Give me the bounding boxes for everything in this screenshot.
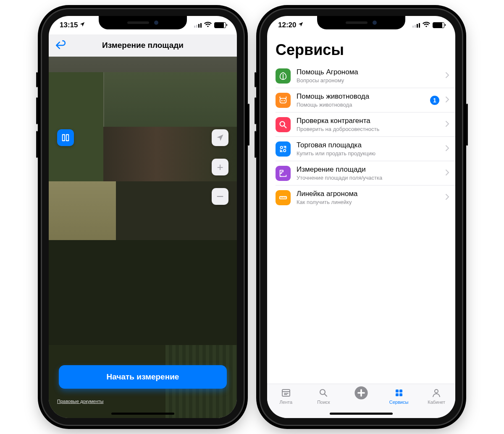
- service-row[interactable]: Линейка агронома Как получить линейку: [276, 186, 455, 209]
- battery-icon: [214, 22, 226, 28]
- status-time: 13:15: [60, 21, 78, 29]
- chevron-right-icon: [445, 145, 449, 153]
- service-subtitle: Помощь животновода: [297, 102, 424, 108]
- ruler-icon: [276, 190, 291, 205]
- service-subtitle: Вопросы агроному: [297, 77, 439, 84]
- service-subtitle: Проверить на добросовестность: [297, 126, 439, 132]
- tab-label: Лента: [280, 400, 292, 405]
- chevron-right-icon: [445, 169, 449, 178]
- tab-feed[interactable]: Лента: [271, 387, 301, 405]
- trade-icon: [276, 141, 291, 157]
- chevron-right-icon: [445, 72, 449, 80]
- service-title: Торговая площадка: [297, 141, 439, 149]
- phone-right: 12:20 Сервисы Помощь Агронома Вопросы аг…: [260, 9, 462, 425]
- chevron-right-icon: [445, 193, 449, 202]
- service-row[interactable]: Торговая площадка Купить или продать про…: [276, 137, 455, 161]
- badge: 1: [430, 96, 439, 105]
- svg-point-4: [281, 146, 283, 149]
- volume-up-button: [255, 97, 256, 124]
- zoom-out-button[interactable]: −: [212, 188, 228, 205]
- location-arrow-icon: [298, 21, 304, 29]
- tab-label: Сервисы: [389, 400, 409, 405]
- service-text: Помощь животновода Помощь животновода: [297, 92, 424, 108]
- cellular-signal-icon: [412, 23, 420, 28]
- services-list: Помощь Агронома Вопросы агроному Помощь …: [267, 64, 455, 209]
- svg-point-14: [435, 390, 438, 393]
- tab-grid[interactable]: Сервисы: [384, 387, 414, 405]
- chevron-right-icon: [445, 96, 449, 105]
- chevron-right-icon: [445, 120, 449, 129]
- feed-icon: [281, 387, 291, 398]
- svg-point-1: [281, 100, 283, 101]
- volume-down-button: [255, 131, 256, 158]
- tab-profile[interactable]: Кабинет: [421, 387, 452, 405]
- home-indicator[interactable]: [330, 413, 393, 415]
- service-title: Помощь Агронома: [297, 68, 439, 76]
- locate-me-button[interactable]: [212, 129, 228, 146]
- mute-switch: [36, 72, 38, 87]
- status-time: 12:20: [278, 21, 296, 29]
- svg-rect-10: [396, 390, 399, 392]
- service-text: Измерение площади Уточнение площади поля…: [297, 165, 439, 181]
- power-button: [248, 104, 249, 146]
- service-title: Измерение площади: [297, 165, 439, 174]
- start-measure-button[interactable]: Начать измерение: [59, 365, 227, 389]
- search-icon: [276, 117, 291, 132]
- service-row[interactable]: Помощь Агронома Вопросы агроному: [276, 64, 455, 88]
- service-text: Проверка контрагента Проверить на доброс…: [297, 117, 439, 132]
- page-title: Измерение площади: [72, 41, 213, 50]
- grid-icon: [394, 387, 404, 398]
- power-button: [466, 104, 468, 146]
- service-subtitle: Купить или продать продукцию: [297, 150, 439, 157]
- leaf-icon: [276, 68, 291, 84]
- service-row[interactable]: Помощь животновода Помощь животновода 1: [276, 88, 455, 112]
- notch: [99, 16, 187, 29]
- measure-icon: [276, 166, 291, 181]
- svg-point-5: [284, 149, 286, 152]
- volume-down-button: [36, 131, 38, 158]
- service-text: Помощь Агронома Вопросы агроному: [297, 68, 439, 84]
- mute-switch: [255, 72, 256, 87]
- service-text: Торговая площадка Купить или продать про…: [297, 141, 439, 157]
- service-subtitle: Как получить линейку: [297, 199, 439, 205]
- tab-label: Поиск: [317, 400, 330, 405]
- plus-icon: [354, 387, 368, 398]
- phone-left: 13:15 Измерение площади: [42, 9, 244, 425]
- service-row[interactable]: Проверка контрагента Проверить на доброс…: [276, 112, 455, 137]
- map-view[interactable]: [49, 34, 237, 418]
- service-title: Помощь животновода: [297, 92, 424, 101]
- service-subtitle: Уточнение площади поля/участка: [297, 175, 439, 181]
- wifi-icon: [423, 21, 430, 29]
- location-arrow-icon: [79, 21, 85, 29]
- svg-rect-12: [396, 393, 399, 396]
- svg-rect-11: [399, 390, 402, 392]
- svg-point-2: [284, 100, 285, 101]
- profile-icon: [431, 387, 441, 398]
- map-layers-button[interactable]: [57, 129, 74, 146]
- tab-plus[interactable]: [346, 387, 376, 400]
- service-title: Проверка контрагента: [297, 117, 439, 125]
- service-text: Линейка агронома Как получить линейку: [297, 190, 439, 205]
- battery-icon: [433, 22, 444, 28]
- navigation-bar: Измерение площади: [49, 34, 237, 57]
- service-title: Линейка агронома: [297, 190, 439, 198]
- back-button[interactable]: [49, 40, 72, 51]
- volume-up-button: [36, 97, 38, 124]
- svg-rect-13: [399, 393, 402, 396]
- notch: [317, 16, 405, 29]
- zoom-in-button[interactable]: +: [212, 159, 228, 175]
- tab-label: Кабинет: [428, 400, 445, 405]
- home-indicator[interactable]: [111, 413, 174, 415]
- svg-point-8: [320, 390, 325, 395]
- cellular-signal-icon: [194, 23, 202, 28]
- wifi-icon: [204, 21, 212, 29]
- tab-search[interactable]: Поиск: [308, 387, 339, 405]
- svg-rect-0: [280, 98, 286, 103]
- service-row[interactable]: Измерение площади Уточнение площади поля…: [276, 161, 455, 186]
- cow-icon: [276, 93, 291, 108]
- legal-link[interactable]: Правовые документы: [57, 399, 103, 404]
- search-icon: [318, 387, 328, 398]
